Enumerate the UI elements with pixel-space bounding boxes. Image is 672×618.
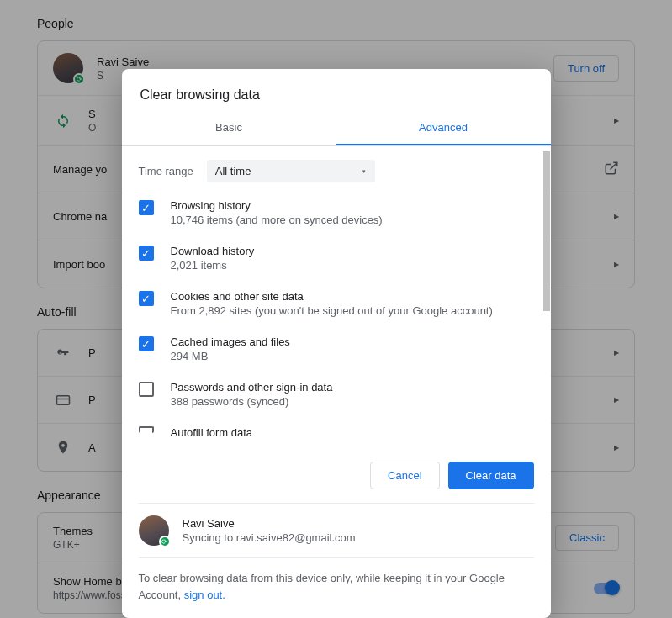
option-cookies[interactable]: ✓ Cookies and other site data From 2,892… (139, 290, 534, 317)
checkbox-download-history[interactable]: ✓ (139, 246, 154, 261)
option-sub: 2,021 items (171, 259, 534, 272)
tab-basic[interactable]: Basic (122, 111, 336, 145)
option-autofill[interactable]: Autofill form data (139, 426, 534, 441)
dialog-title: Clear browsing data (122, 69, 551, 111)
checkbox-autofill[interactable] (139, 426, 154, 433)
option-title: Autofill form data (171, 426, 534, 439)
option-title: Download history (171, 245, 534, 257)
option-title: Cookies and other site data (171, 290, 534, 303)
time-range-label: Time range (139, 165, 193, 177)
sync-badge-icon: ⟳ (159, 536, 171, 547)
avatar: ⟳ (139, 515, 169, 546)
option-title: Browsing history (171, 199, 534, 212)
footer-name: Ravi Saive (183, 517, 356, 530)
time-range-row: Time range All time ▼ (139, 160, 534, 182)
checkbox-browsing-history[interactable]: ✓ (139, 200, 154, 215)
dialog-actions: Cancel Clear data (122, 441, 551, 503)
option-browsing-history[interactable]: ✓ Browsing history 10,746 items (and mor… (139, 199, 534, 226)
time-range-value: All time (215, 165, 251, 177)
scrollbar-thumb[interactable] (543, 151, 550, 311)
checkbox-cached[interactable]: ✓ (139, 336, 154, 351)
option-download-history[interactable]: ✓ Download history 2,021 items (139, 245, 534, 272)
option-sub: 294 MB (171, 350, 534, 362)
footer-sync: Syncing to ravi.saive82@gmail.com (183, 531, 356, 544)
dialog-body: Time range All time ▼ ✓ Browsing history… (122, 146, 551, 441)
chevron-down-icon: ▼ (362, 169, 367, 174)
sign-out-link[interactable]: sign out. (184, 589, 225, 601)
footer-note: To clear browsing data from this device … (139, 570, 534, 603)
option-cached[interactable]: ✓ Cached images and files 294 MB (139, 335, 534, 362)
checkbox-passwords[interactable] (139, 382, 154, 397)
clear-browsing-data-dialog: Clear browsing data Basic Advanced Time … (122, 69, 551, 618)
tab-advanced[interactable]: Advanced (336, 111, 551, 145)
dialog-footer: ⟳ Ravi Saive Syncing to ravi.saive82@gma… (139, 503, 534, 618)
footer-divider (139, 557, 534, 558)
option-sub: 388 passwords (synced) (171, 395, 534, 408)
option-title: Cached images and files (171, 335, 534, 348)
option-title: Passwords and other sign-in data (171, 381, 534, 394)
option-sub: 10,746 items (and more on synced devices… (171, 214, 534, 226)
time-range-select[interactable]: All time ▼ (207, 160, 375, 182)
checkbox-cookies[interactable]: ✓ (139, 291, 154, 306)
footer-profile: ⟳ Ravi Saive Syncing to ravi.saive82@gma… (139, 515, 534, 546)
option-sub: From 2,892 sites (you won't be signed ou… (171, 304, 534, 317)
clear-data-button[interactable]: Clear data (448, 462, 534, 489)
option-passwords[interactable]: Passwords and other sign-in data 388 pas… (139, 381, 534, 408)
cancel-button[interactable]: Cancel (370, 462, 439, 489)
dialog-tabs: Basic Advanced (122, 111, 551, 146)
